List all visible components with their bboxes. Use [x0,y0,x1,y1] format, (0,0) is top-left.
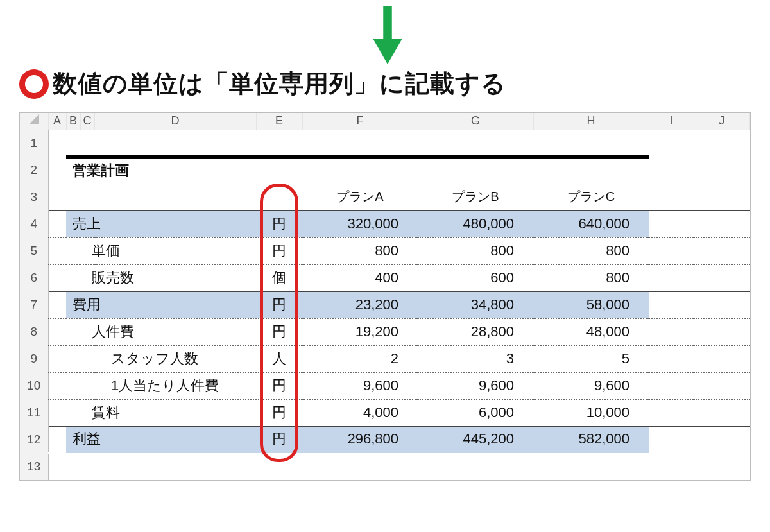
unit-cell[interactable]: 個 [256,264,302,291]
cell-J5[interactable] [694,237,750,264]
cell-A9[interactable] [48,345,66,372]
row-header-4[interactable]: 4 [20,210,48,237]
plan-a-header[interactable]: プランA [302,184,418,210]
value-cell[interactable]: 48,000 [533,318,649,345]
cell-A12[interactable] [48,426,66,453]
value-cell[interactable]: 6,000 [418,399,533,426]
row-header-8[interactable]: 8 [20,318,48,345]
cell-J9[interactable] [694,345,750,372]
cell-A3[interactable] [48,184,66,210]
row-header-12[interactable]: 12 [20,426,48,453]
cell-F2[interactable] [302,157,418,184]
cell-A10[interactable] [48,372,66,399]
cell-J3[interactable] [694,184,750,210]
value-cell[interactable]: 4,000 [302,399,418,426]
value-cell[interactable]: 5 [533,345,649,372]
unit-cell[interactable]: 円 [256,237,302,264]
cell-J7[interactable] [694,291,750,318]
row-label[interactable]: 単価 [66,237,256,264]
cell-A2[interactable] [48,157,66,184]
cell-I9[interactable] [649,345,694,372]
col-header-I[interactable]: I [649,113,694,130]
cell-A5[interactable] [48,237,66,264]
cell-J8[interactable] [694,318,750,345]
row-label[interactable]: スタッフ人数 [66,345,256,372]
unit-cell[interactable]: 円 [256,210,302,237]
row-header-5[interactable]: 5 [20,237,48,264]
cell-E3[interactable] [256,184,302,210]
cell-I11[interactable] [649,399,694,426]
unit-cell[interactable]: 円 [256,318,302,345]
cell-A4[interactable] [48,210,66,237]
cell-I6[interactable] [649,264,694,291]
cell-I5[interactable] [649,237,694,264]
cell-A6[interactable] [48,264,66,291]
value-cell[interactable]: 28,800 [418,318,533,345]
col-header-B[interactable]: B [66,113,80,130]
row-header-2[interactable]: 2 [20,157,48,184]
cell-I2[interactable] [649,157,694,184]
value-cell[interactable]: 58,000 [533,291,649,318]
value-cell[interactable]: 320,000 [302,210,418,237]
value-cell[interactable]: 800 [533,264,649,291]
row-label[interactable]: 賃料 [66,399,256,426]
unit-cell[interactable]: 円 [256,372,302,399]
value-cell[interactable]: 23,200 [302,291,418,318]
value-cell[interactable]: 296,800 [302,426,418,453]
cell-I3[interactable] [649,184,694,210]
cell-J6[interactable] [694,264,750,291]
cell-A11[interactable] [48,399,66,426]
col-header-G[interactable]: G [418,113,533,130]
cell-I10[interactable] [649,372,694,399]
cell-D3[interactable] [66,184,256,210]
value-cell[interactable]: 19,200 [302,318,418,345]
unit-cell[interactable]: 円 [256,426,302,453]
col-header-E[interactable]: E [256,113,302,130]
row-label[interactable]: 売上 [66,210,256,237]
row-header-11[interactable]: 11 [20,399,48,426]
row-header-7[interactable]: 7 [20,291,48,318]
row-label[interactable]: 販売数 [66,264,256,291]
value-cell[interactable]: 600 [418,264,533,291]
cell-G2[interactable] [418,157,533,184]
cell-J4[interactable] [694,210,750,237]
cell-I7[interactable] [649,291,694,318]
row-header-9[interactable]: 9 [20,345,48,372]
plan-b-header[interactable]: プランB [418,184,533,210]
cell-A7[interactable] [48,291,66,318]
value-cell[interactable]: 10,000 [533,399,649,426]
col-header-A[interactable]: A [48,113,66,130]
cell-I8[interactable] [649,318,694,345]
cell-J12[interactable] [694,426,750,453]
value-cell[interactable]: 480,000 [418,210,533,237]
value-cell[interactable]: 34,800 [418,291,533,318]
cell-title[interactable]: 営業計画 [66,157,256,184]
cell-A8[interactable] [48,318,66,345]
cell-A1[interactable] [48,130,66,157]
unit-cell[interactable]: 円 [256,399,302,426]
cell-J1[interactable] [694,130,750,157]
value-cell[interactable]: 9,600 [418,372,533,399]
cell-J2[interactable] [694,157,750,184]
col-header-J[interactable]: J [694,113,750,130]
col-header-C[interactable]: C [80,113,94,130]
unit-cell[interactable]: 円 [256,291,302,318]
value-cell[interactable]: 800 [302,237,418,264]
row-header-1[interactable]: 1 [20,130,48,157]
cell-H2[interactable] [533,157,649,184]
value-cell[interactable]: 582,000 [533,426,649,453]
cell-E2[interactable] [256,157,302,184]
value-cell[interactable]: 9,600 [302,372,418,399]
value-cell[interactable]: 9,600 [533,372,649,399]
row-label[interactable]: 費用 [66,291,256,318]
row-header-3[interactable]: 3 [20,184,48,210]
row-label[interactable]: 1人当たり人件費 [66,372,256,399]
value-cell[interactable]: 800 [533,237,649,264]
select-all-corner[interactable] [20,113,48,130]
value-cell[interactable]: 400 [302,264,418,291]
value-cell[interactable]: 800 [418,237,533,264]
col-header-D[interactable]: D [94,113,256,130]
value-cell[interactable]: 640,000 [533,210,649,237]
row-label[interactable]: 利益 [66,426,256,453]
cell-I12[interactable] [649,426,694,453]
